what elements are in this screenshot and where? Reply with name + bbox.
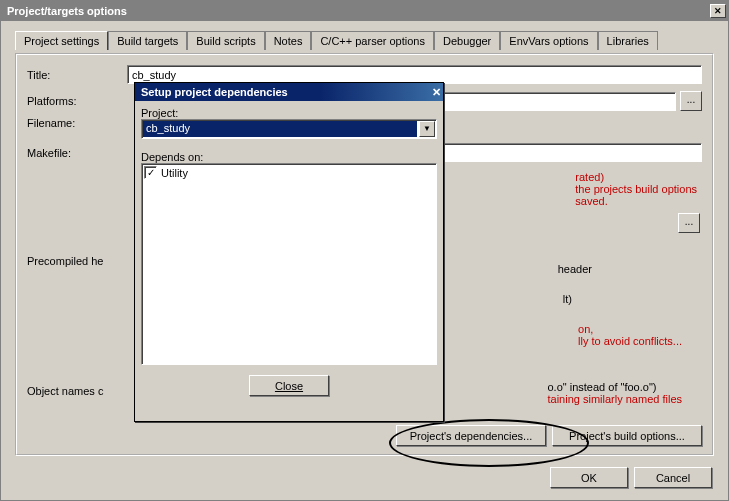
ok-button[interactable]: OK [550,467,628,488]
tab-notes[interactable]: Notes [265,31,312,50]
list-item[interactable]: ✓ Utility [144,166,434,179]
pch-fragment: lt) [563,293,572,305]
close-icon[interactable]: ✕ [710,4,726,18]
child-body: Project: cb_study ▼ Depends on: ✓ Utilit… [141,105,437,413]
cancel-button[interactable]: Cancel [634,467,712,488]
obj-fragment: o.o" instead of "foo.o") [548,381,683,393]
browse-button[interactable]: ... [678,213,700,233]
depends-on-list[interactable]: ✓ Utility [141,163,437,365]
pch-fragment: header [558,263,592,275]
precompiled-headers-label: Precompiled he [27,255,127,267]
tab-debugger[interactable]: Debugger [434,31,500,50]
makefile-input[interactable] [436,143,702,162]
warning-line: rated) [575,171,697,183]
obj-warning: taining similarly named files [548,393,683,405]
warning-line: the projects build options [575,183,697,195]
tab-envvars-options[interactable]: EnvVars options [500,31,597,50]
project-selected: cb_study [143,121,417,137]
titlebar: Project/targets options ✕ [1,1,728,21]
child-titlebar: Setup project dependencies ✕ [135,83,443,101]
warning-line: saved. [575,195,697,207]
tab-build-scripts[interactable]: Build scripts [187,31,264,50]
dialog-buttons: OK Cancel [550,467,712,488]
projects-build-options-button[interactable]: Project's build options... [552,425,702,446]
chevron-down-icon[interactable]: ▼ [419,121,435,137]
depends-on-label: Depends on: [141,151,437,163]
makefile-label: Makefile: [27,147,127,159]
child-window-title: Setup project dependencies [141,86,288,98]
object-names-label: Object names c [27,385,127,397]
title-label: Title: [27,69,127,81]
close-icon[interactable]: ✕ [432,86,441,99]
pch-warning: on, [578,323,682,335]
project-label: Project: [141,107,437,119]
tab-build-targets[interactable]: Build targets [108,31,187,50]
setup-project-dependencies-dialog: Setup project dependencies ✕ Project: cb… [134,82,444,422]
tab-libraries[interactable]: Libraries [598,31,658,50]
checkbox-icon[interactable]: ✓ [144,166,157,179]
tab-project-settings[interactable]: Project settings [15,31,108,50]
project-combobox[interactable]: cb_study ▼ [141,119,437,139]
pch-warning: lly to avoid conflicts... [578,335,682,347]
platforms-input[interactable] [436,92,676,111]
window-title: Project/targets options [7,5,127,17]
close-button[interactable]: Close [249,375,329,396]
list-item-label: Utility [161,167,188,179]
tab-strip: Project settings Build targets Build scr… [15,31,714,50]
filename-label: Filename: [27,117,127,129]
projects-dependencies-button[interactable]: Project's dependencies... [396,425,546,446]
tab-c-cpp-parser-options[interactable]: C/C++ parser options [311,31,434,50]
platforms-label: Platforms: [27,95,127,107]
platforms-browse-button[interactable]: ... [680,91,702,111]
